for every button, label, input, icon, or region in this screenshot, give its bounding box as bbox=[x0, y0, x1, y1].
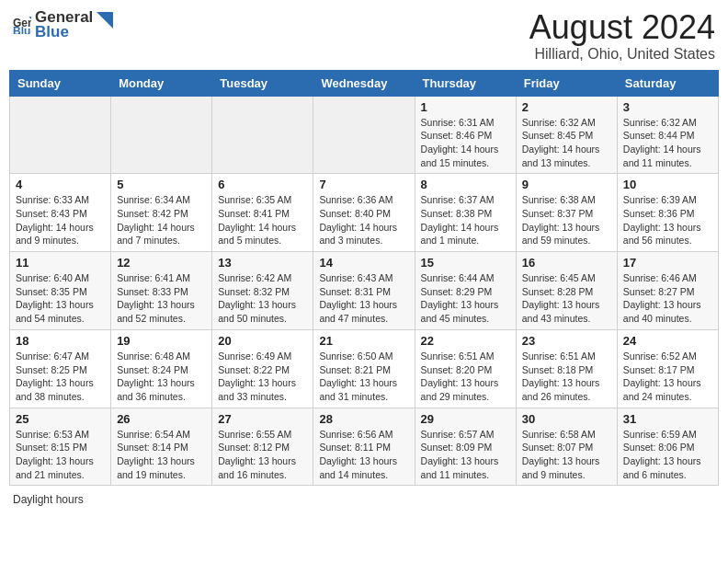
day-number: 12 bbox=[117, 256, 206, 270]
calendar-week-row: 4Sunrise: 6:33 AMSunset: 8:43 PMDaylight… bbox=[10, 174, 719, 252]
day-info: Sunrise: 6:54 AMSunset: 8:14 PMDaylight:… bbox=[117, 428, 206, 482]
calendar-header-friday: Friday bbox=[516, 70, 617, 96]
day-info: Sunrise: 6:38 AMSunset: 8:37 PMDaylight:… bbox=[522, 193, 611, 247]
day-number: 18 bbox=[16, 334, 105, 348]
calendar-cell: 4Sunrise: 6:33 AMSunset: 8:43 PMDaylight… bbox=[10, 174, 111, 252]
day-info: Sunrise: 6:40 AMSunset: 8:35 PMDaylight:… bbox=[16, 271, 105, 326]
calendar-header-sunday: Sunday bbox=[10, 70, 111, 96]
day-number: 6 bbox=[218, 178, 307, 191]
day-number: 26 bbox=[117, 412, 206, 426]
calendar-week-row: 1Sunrise: 6:31 AMSunset: 8:46 PMDaylight… bbox=[10, 96, 719, 174]
day-number: 25 bbox=[16, 412, 105, 426]
calendar-header-thursday: Thursday bbox=[415, 70, 516, 96]
calendar-header-tuesday: Tuesday bbox=[212, 70, 313, 96]
day-number: 29 bbox=[421, 412, 510, 426]
day-number: 8 bbox=[421, 178, 510, 191]
day-number: 27 bbox=[218, 412, 307, 426]
day-info: Sunrise: 6:33 AMSunset: 8:43 PMDaylight:… bbox=[16, 193, 105, 247]
day-number: 22 bbox=[421, 334, 510, 348]
day-info: Sunrise: 6:51 AMSunset: 8:20 PMDaylight:… bbox=[421, 350, 510, 404]
month-title: August 2024 bbox=[529, 9, 715, 46]
calendar-cell: 25Sunrise: 6:53 AMSunset: 8:15 PMDayligh… bbox=[10, 408, 111, 486]
day-number: 1 bbox=[421, 100, 510, 114]
day-info: Sunrise: 6:42 AMSunset: 8:32 PMDaylight:… bbox=[218, 271, 307, 326]
day-number: 30 bbox=[522, 412, 611, 426]
day-number: 3 bbox=[623, 100, 712, 114]
logo-icon: General Blue bbox=[13, 16, 31, 34]
day-info: Sunrise: 6:59 AMSunset: 8:06 PMDaylight:… bbox=[623, 428, 712, 482]
day-info: Sunrise: 6:56 AMSunset: 8:11 PMDaylight:… bbox=[319, 428, 408, 482]
day-number: 17 bbox=[623, 256, 712, 270]
day-number: 24 bbox=[623, 334, 712, 348]
day-info: Sunrise: 6:39 AMSunset: 8:36 PMDaylight:… bbox=[623, 193, 712, 247]
calendar-cell: 6Sunrise: 6:35 AMSunset: 8:41 PMDaylight… bbox=[212, 174, 313, 252]
day-info: Sunrise: 6:52 AMSunset: 8:17 PMDaylight:… bbox=[623, 350, 712, 404]
calendar-cell bbox=[10, 96, 111, 174]
day-info: Sunrise: 6:53 AMSunset: 8:15 PMDaylight:… bbox=[16, 428, 105, 482]
day-info: Sunrise: 6:32 AMSunset: 8:45 PMDaylight:… bbox=[522, 116, 611, 170]
logo-arrow-icon bbox=[97, 12, 113, 34]
calendar-cell: 3Sunrise: 6:32 AMSunset: 8:44 PMDaylight… bbox=[617, 96, 718, 174]
calendar-cell: 10Sunrise: 6:39 AMSunset: 8:36 PMDayligh… bbox=[617, 174, 718, 252]
calendar-cell: 30Sunrise: 6:58 AMSunset: 8:07 PMDayligh… bbox=[516, 408, 617, 486]
day-number: 7 bbox=[319, 178, 408, 191]
calendar-cell: 18Sunrise: 6:47 AMSunset: 8:25 PMDayligh… bbox=[10, 329, 111, 408]
day-number: 4 bbox=[16, 178, 105, 191]
calendar-cell: 8Sunrise: 6:37 AMSunset: 8:38 PMDaylight… bbox=[415, 174, 516, 252]
day-number: 28 bbox=[319, 412, 408, 426]
day-info: Sunrise: 6:31 AMSunset: 8:46 PMDaylight:… bbox=[421, 116, 510, 170]
calendar-cell: 20Sunrise: 6:49 AMSunset: 8:22 PMDayligh… bbox=[212, 329, 313, 408]
calendar-footer: Daylight hours bbox=[9, 493, 719, 506]
calendar-cell: 19Sunrise: 6:48 AMSunset: 8:24 PMDayligh… bbox=[111, 329, 212, 408]
day-info: Sunrise: 6:36 AMSunset: 8:40 PMDaylight:… bbox=[319, 193, 408, 247]
day-info: Sunrise: 6:57 AMSunset: 8:09 PMDaylight:… bbox=[421, 428, 510, 482]
day-number: 2 bbox=[522, 100, 611, 114]
day-info: Sunrise: 6:35 AMSunset: 8:41 PMDaylight:… bbox=[218, 193, 307, 247]
title-area: August 2024 Hilliard, Ohio, United State… bbox=[529, 9, 715, 63]
calendar-cell: 26Sunrise: 6:54 AMSunset: 8:14 PMDayligh… bbox=[111, 408, 212, 486]
day-number: 31 bbox=[623, 412, 712, 426]
day-number: 20 bbox=[218, 334, 307, 348]
day-info: Sunrise: 6:47 AMSunset: 8:25 PMDaylight:… bbox=[16, 350, 105, 404]
calendar-cell: 17Sunrise: 6:46 AMSunset: 8:27 PMDayligh… bbox=[617, 252, 718, 330]
day-number: 5 bbox=[117, 178, 206, 191]
calendar-header-saturday: Saturday bbox=[617, 70, 718, 96]
calendar-cell: 13Sunrise: 6:42 AMSunset: 8:32 PMDayligh… bbox=[212, 252, 313, 330]
calendar-cell: 5Sunrise: 6:34 AMSunset: 8:42 PMDaylight… bbox=[111, 174, 212, 252]
calendar-header-row: SundayMondayTuesdayWednesdayThursdayFrid… bbox=[10, 70, 719, 96]
calendar-header-wednesday: Wednesday bbox=[313, 70, 415, 96]
svg-marker-3 bbox=[97, 12, 113, 29]
calendar-week-row: 18Sunrise: 6:47 AMSunset: 8:25 PMDayligh… bbox=[10, 329, 719, 408]
calendar-cell: 29Sunrise: 6:57 AMSunset: 8:09 PMDayligh… bbox=[415, 408, 516, 486]
calendar-week-row: 25Sunrise: 6:53 AMSunset: 8:15 PMDayligh… bbox=[10, 408, 719, 486]
day-info: Sunrise: 6:49 AMSunset: 8:22 PMDaylight:… bbox=[218, 350, 307, 404]
day-number: 16 bbox=[522, 256, 611, 270]
calendar-cell: 11Sunrise: 6:40 AMSunset: 8:35 PMDayligh… bbox=[10, 252, 111, 330]
day-info: Sunrise: 6:48 AMSunset: 8:24 PMDaylight:… bbox=[117, 350, 206, 404]
day-info: Sunrise: 6:44 AMSunset: 8:29 PMDaylight:… bbox=[421, 271, 510, 326]
calendar-week-row: 11Sunrise: 6:40 AMSunset: 8:35 PMDayligh… bbox=[10, 252, 719, 330]
day-number: 13 bbox=[218, 256, 307, 270]
calendar-cell: 28Sunrise: 6:56 AMSunset: 8:11 PMDayligh… bbox=[313, 408, 415, 486]
day-number: 21 bbox=[319, 334, 408, 348]
calendar-cell: 1Sunrise: 6:31 AMSunset: 8:46 PMDaylight… bbox=[415, 96, 516, 174]
day-info: Sunrise: 6:46 AMSunset: 8:27 PMDaylight:… bbox=[623, 271, 712, 326]
calendar-cell: 27Sunrise: 6:55 AMSunset: 8:12 PMDayligh… bbox=[212, 408, 313, 486]
calendar-cell: 16Sunrise: 6:45 AMSunset: 8:28 PMDayligh… bbox=[516, 252, 617, 330]
calendar-header-monday: Monday bbox=[111, 70, 212, 96]
location: Hilliard, Ohio, United States bbox=[529, 46, 715, 63]
day-info: Sunrise: 6:58 AMSunset: 8:07 PMDaylight:… bbox=[522, 428, 611, 482]
calendar-cell: 31Sunrise: 6:59 AMSunset: 8:06 PMDayligh… bbox=[617, 408, 718, 486]
day-info: Sunrise: 6:43 AMSunset: 8:31 PMDaylight:… bbox=[319, 271, 408, 326]
svg-text:Blue: Blue bbox=[13, 26, 31, 35]
day-number: 9 bbox=[522, 178, 611, 191]
daylight-label: Daylight hours bbox=[13, 493, 84, 506]
page-header: General Blue General Blue August 2024 Hi… bbox=[9, 9, 719, 63]
day-info: Sunrise: 6:55 AMSunset: 8:12 PMDaylight:… bbox=[218, 428, 307, 482]
day-info: Sunrise: 6:50 AMSunset: 8:21 PMDaylight:… bbox=[319, 350, 408, 404]
calendar-cell: 2Sunrise: 6:32 AMSunset: 8:45 PMDaylight… bbox=[516, 96, 617, 174]
calendar-cell bbox=[111, 96, 212, 174]
calendar-cell: 9Sunrise: 6:38 AMSunset: 8:37 PMDaylight… bbox=[516, 174, 617, 252]
day-info: Sunrise: 6:51 AMSunset: 8:18 PMDaylight:… bbox=[522, 350, 611, 404]
calendar-cell: 12Sunrise: 6:41 AMSunset: 8:33 PMDayligh… bbox=[111, 252, 212, 330]
